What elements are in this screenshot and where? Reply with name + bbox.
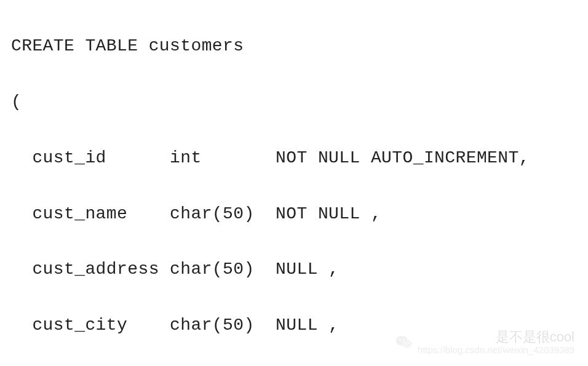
code-line-1: CREATE TABLE customers <box>11 32 577 60</box>
sql-code-block: CREATE TABLE customers ( cust_id int NOT… <box>11 4 577 366</box>
code-line-2: ( <box>11 88 577 116</box>
code-line-6: cust_city char(50) NULL , <box>11 311 577 339</box>
code-line-5: cust_address char(50) NULL , <box>11 255 577 283</box>
code-line-4: cust_name char(50) NOT NULL , <box>11 200 577 228</box>
code-line-3: cust_id int NOT NULL AUTO_INCREMENT, <box>11 144 577 172</box>
